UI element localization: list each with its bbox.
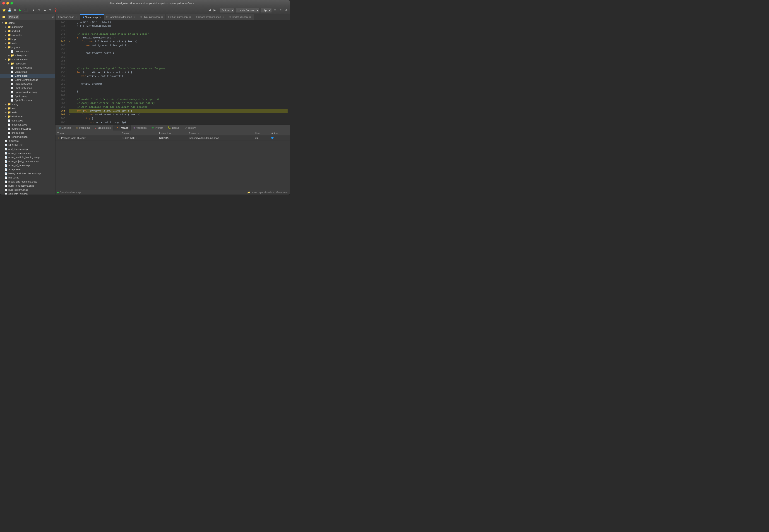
tree-item-solarsystem[interactable]: ▶ 📁 solarsystem bbox=[0, 53, 55, 57]
tab-close-shotentity[interactable]: ✕ bbox=[188, 16, 191, 18]
tree-item-resources[interactable]: ▶ 📁 resources bbox=[0, 62, 55, 66]
tree-item-game-snap[interactable]: 📄 Game.snap bbox=[0, 74, 55, 78]
layout-btn[interactable]: ⊞ bbox=[273, 8, 277, 12]
run-btn[interactable]: ▶ bbox=[18, 8, 23, 12]
tree-item-spaceinvaders-snap[interactable]: 📄 SpaceInvaders.snap bbox=[0, 90, 55, 94]
tab-close-spaceinvaders-snap[interactable]: ✕ bbox=[222, 16, 225, 18]
tree-item-render3d-snap[interactable]: 📄 render3d.snap bbox=[0, 135, 55, 139]
maximize-button[interactable] bbox=[10, 2, 13, 5]
sidebar-tab-project[interactable]: Project bbox=[8, 15, 19, 19]
size-select[interactable]: 12px bbox=[261, 8, 272, 13]
tree-item-algorithms[interactable]: ▶ 📁 algorithms bbox=[0, 25, 55, 29]
traffic-lights bbox=[2, 2, 13, 5]
tree-item-array-object[interactable]: 📄 array_object_coercion.snap bbox=[0, 159, 55, 163]
delete-btn[interactable]: 🗑 bbox=[13, 8, 17, 12]
tree-item-add-license[interactable]: 📄 add_license.snap bbox=[0, 147, 55, 151]
tab-history[interactable]: ⏱ History bbox=[182, 125, 198, 131]
tab-profiler[interactable]: ◎ Profiler bbox=[149, 125, 165, 131]
tab-render3d[interactable]: render3d.snap ✕ bbox=[227, 14, 254, 20]
tree-item-tetris[interactable]: ▶ 📁 tetris bbox=[0, 110, 55, 114]
help-btn[interactable]: ❓ bbox=[53, 8, 58, 12]
bookmark-btn[interactable]: ⭐ bbox=[2, 8, 6, 12]
tree-item-spritestore[interactable]: 📄 SpriteStore.snap bbox=[0, 98, 55, 102]
thread-row-1[interactable]: ⏸ ProcessTask: Thread-1 SUSPENDED NORMAL… bbox=[55, 136, 290, 140]
nav-back-btn[interactable]: ◀ bbox=[208, 8, 212, 12]
toolbar: ⭐ 💾 🗑 ▶ ⬛ ⏵ ⏷ ⏶ ↷ ❓ ◀ ▶ Eclipse Lucida C… bbox=[0, 6, 290, 14]
tree-item-arrays[interactable]: 📄 arrays.snap bbox=[0, 167, 55, 171]
tree-item-shotentity[interactable]: 📄 ShotEntity.snap bbox=[0, 86, 55, 90]
tab-shotentity[interactable]: ShotEntity.snap ✕ bbox=[166, 14, 194, 20]
tab-console[interactable]: ⊞ Console bbox=[56, 125, 73, 131]
tree-item-array-of-type[interactable]: 📄 array_of_type.snap bbox=[0, 163, 55, 167]
close-button[interactable] bbox=[2, 2, 5, 5]
tree-item-array-multiple[interactable]: 📄 array_multiple_binding.snap bbox=[0, 155, 55, 159]
tab-close-render3d[interactable]: ✕ bbox=[249, 16, 251, 18]
theme-select[interactable]: Eclipse bbox=[220, 8, 235, 13]
code-line-247: if (!waitingForKeyPress) { bbox=[69, 36, 288, 40]
tab-threads[interactable]: ⟳ Threads bbox=[113, 125, 131, 131]
export-btn[interactable]: ↗ bbox=[278, 8, 283, 12]
tab-debug[interactable]: 🐛 Debug bbox=[165, 125, 181, 131]
tab-close-game[interactable]: ✕ bbox=[99, 16, 101, 19]
tab-breakpoints[interactable]: ⬥ Breakpoints bbox=[93, 125, 113, 131]
tree-item-build-in[interactable]: 📄 build_in_functions.snap bbox=[0, 184, 55, 188]
tree-item-demo[interactable]: ▼ 📁 demo bbox=[0, 21, 55, 25]
debug-step-btn[interactable]: ⏵ bbox=[31, 8, 36, 12]
tree-item-cube-spec[interactable]: 📄 cube.spec bbox=[0, 119, 55, 123]
tab-close-cannon[interactable]: ✕ bbox=[75, 16, 78, 18]
tab-problems[interactable]: ⚠ Problems bbox=[74, 125, 92, 131]
tree-item-http[interactable]: ▶ 📁 http bbox=[0, 37, 55, 41]
code-editor[interactable]: g.setColor(Color.black); g.fillRect(0,0,… bbox=[67, 20, 290, 124]
debug-into-btn[interactable]: ⏷ bbox=[37, 8, 41, 12]
tree-item-spring[interactable]: ▶ 📁 spring bbox=[0, 102, 55, 106]
tree-item-spaceinvaders[interactable]: ▼ 📁 spaceinvaders bbox=[0, 57, 55, 62]
file-icon-sprite: 📄 bbox=[10, 94, 14, 98]
tree-item-cannon-snap[interactable]: 📄 cannon.snap bbox=[0, 49, 55, 53]
tab-game[interactable]: Game.snap ✕ bbox=[80, 14, 104, 20]
sidebar-collapse-btn[interactable]: ◀ bbox=[51, 15, 53, 19]
tree-item-alienentity[interactable]: 📄 AlienEntity.snap bbox=[0, 66, 55, 70]
tab-close-shipentity[interactable]: ✕ bbox=[160, 16, 163, 18]
tree-label-game: Game.snap bbox=[15, 74, 28, 77]
minimize-button[interactable] bbox=[6, 2, 9, 5]
tree-label-alienentity: AlienEntity.snap bbox=[15, 66, 32, 69]
tab-cannon[interactable]: cannon.snap ✕ bbox=[55, 14, 80, 20]
tab-shipentity[interactable]: ShipEntity.snap ✕ bbox=[138, 14, 166, 20]
tree-item-array-coercion[interactable]: 📄 array_coercion.snap bbox=[0, 151, 55, 155]
tree-item-shipentity[interactable]: 📄 ShipEntity.snap bbox=[0, 82, 55, 86]
tab-close-gamecontroller[interactable]: ✕ bbox=[133, 16, 136, 18]
tree-item-android[interactable]: ▶ 📁 android bbox=[0, 29, 55, 33]
tree-item-break-continue[interactable]: 📄 break_and_continue.snap bbox=[0, 180, 55, 184]
tree-item-wireframe[interactable]: ▼ 📁 wireframe bbox=[0, 114, 55, 119]
tree-item-byte-stream[interactable]: 📄 byte_stream.snap bbox=[0, 188, 55, 192]
tree-item-math[interactable]: ▶ 📁 math bbox=[0, 41, 55, 45]
debug-over-btn[interactable]: ↷ bbox=[48, 8, 52, 12]
tree-item-gamecontroller[interactable]: 📄 GameController.snap bbox=[0, 78, 55, 82]
console-icon: ⊞ bbox=[59, 126, 61, 129]
tree-item-knoxs-spec[interactable]: 📄 knoxS.spec bbox=[0, 131, 55, 135]
tree-item-physics[interactable]: ▼ 📁 physics bbox=[0, 45, 55, 49]
tree-item-examples[interactable]: ▶ 📁 examples bbox=[0, 33, 55, 37]
tree-item-gitignore[interactable]: 📄 .gitignore bbox=[0, 139, 55, 143]
tab-variables[interactable]: ◈ Variables bbox=[131, 125, 149, 131]
refresh-btn[interactable]: ↺ bbox=[284, 8, 288, 12]
tab-spaceinvaders-snap[interactable]: SpaceInvaders.snap ✕ bbox=[194, 14, 227, 20]
tree-item-binary-hex[interactable]: 📄 binary_and_hex_literals.snap bbox=[0, 171, 55, 176]
tab-label-variables: Variables bbox=[136, 126, 146, 129]
tree-item-readme[interactable]: 📄 README.txt bbox=[0, 143, 55, 147]
tree-item-dinosaur-spec[interactable]: 📄 dinosaur.spec bbox=[0, 123, 55, 127]
tree-item-hughes-spec[interactable]: 📄 hughes_500.spec bbox=[0, 127, 55, 131]
tree-item-blah[interactable]: 📄 blah.snap bbox=[0, 176, 55, 180]
font-select[interactable]: Lucida Console bbox=[236, 8, 260, 13]
sidebar: 📁 Project ◀ ▼ 📁 demo ▶ 📁 algorithms bbox=[0, 14, 55, 195]
tree-item-calculate-pi[interactable]: 📄 calculate_pi.snap bbox=[0, 192, 55, 195]
tree-item-entity[interactable]: 📄 Entity.snap bbox=[0, 70, 55, 74]
status-bar: ▶ SpaceInvaders.snap 📁 demo › spaceinvad… bbox=[55, 190, 290, 195]
save-btn[interactable]: 💾 bbox=[7, 8, 12, 12]
tree-item-test[interactable]: ▶ 📁 test bbox=[0, 106, 55, 110]
stop-btn[interactable]: ⬛ bbox=[24, 8, 28, 12]
tree-item-sprite[interactable]: 📄 Sprite.snap bbox=[0, 94, 55, 98]
debug-out-btn[interactable]: ⏶ bbox=[42, 8, 47, 12]
tab-gamecontroller[interactable]: GameController.snap ✕ bbox=[104, 14, 138, 20]
nav-forward-btn[interactable]: ▶ bbox=[213, 8, 217, 12]
